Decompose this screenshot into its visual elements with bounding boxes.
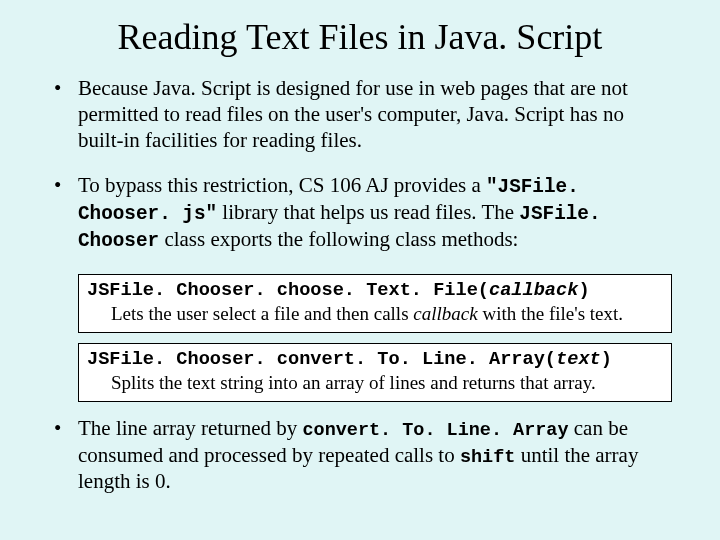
method-2-sig-arg: text: [556, 348, 601, 370]
method-1-desc-arg: callback: [413, 303, 477, 324]
bullet-2-post: class exports the following class method…: [159, 227, 518, 251]
method-1-desc-pre: Lets the user select a file and then cal…: [111, 303, 413, 324]
bullet-3-code2: shift: [460, 447, 515, 468]
method-1-desc-post: with the file's text.: [478, 303, 623, 324]
slide: Reading Text Files in Java. Script Becau…: [0, 0, 720, 540]
method-1-sig-post: ): [578, 279, 589, 301]
bullet-2-pre: To bypass this restriction, CS 106 AJ pr…: [78, 173, 486, 197]
method-box-1: JSFile. Chooser. choose. Text. File(call…: [78, 274, 672, 333]
method-1-sig-arg: callback: [489, 279, 578, 301]
bullet-1-text: Because Java. Script is designed for use…: [78, 76, 628, 152]
bullet-3-pre: The line array returned by: [78, 416, 302, 440]
method-2-sig-pre: JSFile. Chooser. convert. To. Line. Arra…: [87, 348, 556, 370]
method-1-signature: JSFile. Chooser. choose. Text. File(call…: [87, 279, 663, 302]
method-2-description: Splits the text string into an array of …: [87, 371, 663, 395]
bullet-2: To bypass this restriction, CS 106 AJ pr…: [48, 173, 672, 253]
bullet-1: Because Java. Script is designed for use…: [48, 76, 672, 153]
method-2-sig-post: ): [601, 348, 612, 370]
bullet-3-code1: convert. To. Line. Array: [302, 420, 568, 441]
slide-title: Reading Text Files in Java. Script: [48, 16, 672, 58]
bullet-2-mid: library that helps us read files. The: [217, 200, 519, 224]
method-1-sig-pre: JSFile. Chooser. choose. Text. File(: [87, 279, 489, 301]
bullet-list: Because Java. Script is designed for use…: [48, 76, 672, 254]
method-1-description: Lets the user select a file and then cal…: [87, 302, 663, 326]
bullet-3: The line array returned by convert. To. …: [48, 416, 672, 495]
method-2-signature: JSFile. Chooser. convert. To. Line. Arra…: [87, 348, 663, 371]
bullet-list-2: The line array returned by convert. To. …: [48, 416, 672, 495]
method-box-2: JSFile. Chooser. convert. To. Line. Arra…: [78, 343, 672, 402]
method-2-desc: Splits the text string into an array of …: [111, 372, 596, 393]
